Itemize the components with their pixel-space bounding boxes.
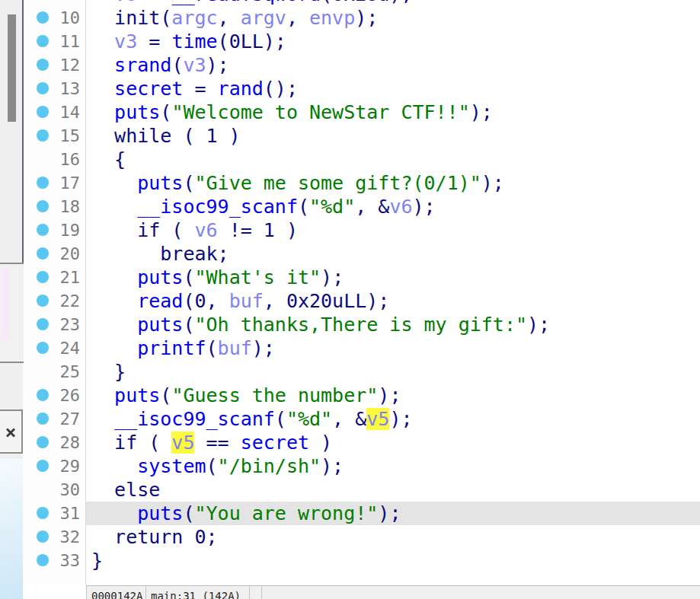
code-token: v3 bbox=[183, 54, 206, 76]
code-token: = bbox=[137, 30, 171, 53]
line-number-gutter: 9101112131415161718192021222324252627282… bbox=[24, 0, 86, 585]
code-token: { bbox=[91, 148, 126, 170]
line-number: 27 bbox=[24, 407, 80, 431]
code-line[interactable]: else bbox=[86, 478, 700, 502]
code-token bbox=[91, 266, 137, 288]
code-line[interactable]: __isoc99_scanf("%d", &v5); bbox=[86, 407, 700, 431]
code-token bbox=[91, 196, 137, 218]
code-line[interactable]: read(0, buf, 0x20uLL); bbox=[86, 289, 700, 313]
code-line[interactable]: if ( v5 == secret ) bbox=[86, 431, 700, 454]
code-token: ( bbox=[206, 337, 218, 359]
code-token: ( bbox=[183, 172, 194, 194]
line-number: 17 bbox=[24, 171, 80, 195]
code-line[interactable]: break; bbox=[86, 242, 700, 266]
code-token: ( bbox=[206, 455, 218, 477]
code-token: puts bbox=[137, 502, 183, 524]
code-line[interactable]: puts("You are wrong!"); bbox=[86, 502, 700, 525]
code-token: , & bbox=[355, 196, 389, 218]
code-line[interactable]: puts("What's it"); bbox=[86, 266, 700, 289]
line-number: 9 bbox=[24, 0, 80, 6]
code-line[interactable]: __isoc99_scanf("%d", &v6); bbox=[86, 195, 700, 218]
code-token: if ( bbox=[91, 432, 171, 454]
code-token bbox=[91, 314, 137, 336]
status-cell: main:31 (142A) bbox=[146, 586, 250, 599]
ida-pseudocode-window: 9101112131415161718192021222324252627282… bbox=[0, 0, 700, 599]
line-number: 28 bbox=[24, 431, 80, 454]
code-line[interactable]: srand(v3); bbox=[86, 53, 700, 77]
line-number: 15 bbox=[24, 124, 80, 148]
code-token bbox=[91, 455, 137, 477]
code-token: (); bbox=[264, 78, 298, 100]
code-line[interactable]: while ( 1 ) bbox=[86, 124, 700, 148]
panel-close-box bbox=[0, 409, 23, 454]
close-icon[interactable] bbox=[5, 426, 17, 438]
code-token: (0x28u); bbox=[321, 0, 412, 5]
code-token bbox=[91, 78, 114, 100]
code-line[interactable]: puts("Guess the number"); bbox=[86, 384, 700, 407]
code-token: system bbox=[137, 455, 206, 477]
code-line[interactable]: if ( v6 != 1 ) bbox=[86, 218, 700, 242]
code-token: argv bbox=[241, 7, 286, 29]
code-token: (0, bbox=[183, 290, 229, 312]
code-token: ); bbox=[481, 172, 504, 194]
line-number: 19 bbox=[24, 218, 80, 242]
code-token bbox=[91, 101, 114, 123]
code-token: init( bbox=[91, 7, 171, 29]
line-number: 21 bbox=[24, 266, 80, 289]
code-line[interactable]: puts("Oh thanks,There is my gift:"); bbox=[86, 313, 700, 336]
line-number: 26 bbox=[24, 384, 80, 407]
code-line[interactable]: printf(buf); bbox=[86, 336, 700, 360]
code-line[interactable]: v8 = __readfsqword(0x28u); bbox=[86, 0, 700, 6]
code-token: ( bbox=[183, 266, 194, 288]
code-token: secret bbox=[114, 78, 183, 100]
code-token: ); bbox=[378, 384, 401, 406]
code-token: while ( 1 ) bbox=[91, 125, 241, 147]
line-number: 22 bbox=[24, 289, 80, 313]
code-line[interactable]: puts("Give me some gift?(0/1)"); bbox=[86, 171, 700, 195]
background-window-edge bbox=[0, 459, 23, 599]
code-line[interactable]: } bbox=[86, 549, 700, 572]
vertical-scrollbar-thumb[interactable] bbox=[8, 14, 16, 122]
code-token: , bbox=[218, 7, 241, 29]
code-token: envp bbox=[309, 7, 355, 29]
code-line[interactable]: v3 = time(0LL); bbox=[86, 30, 700, 53]
code-token: ( bbox=[160, 101, 171, 123]
code-token: = bbox=[183, 78, 217, 100]
line-number: 29 bbox=[24, 454, 80, 478]
code-token: ( bbox=[160, 384, 171, 406]
code-token: ( bbox=[275, 408, 286, 430]
line-number: 32 bbox=[24, 525, 80, 549]
code-token: v6 bbox=[194, 219, 217, 241]
code-line[interactable]: { bbox=[86, 148, 700, 171]
code-token: "/bin/sh" bbox=[218, 455, 321, 477]
code-token: "%d" bbox=[286, 408, 332, 430]
code-token: srand bbox=[114, 54, 171, 76]
code-line[interactable]: return 0; bbox=[86, 525, 700, 549]
code-line[interactable]: init(argc, argv, envp); bbox=[86, 6, 700, 30]
code-token bbox=[91, 290, 137, 312]
code-token: read bbox=[137, 290, 183, 312]
code-token: break; bbox=[91, 243, 229, 265]
code-token: ); bbox=[355, 7, 378, 29]
code-token: else bbox=[91, 479, 160, 501]
code-token: "%d" bbox=[309, 196, 355, 218]
highlighted-identifier: v5 bbox=[171, 432, 194, 454]
code-token: puts bbox=[137, 266, 183, 288]
code-token: ); bbox=[321, 266, 344, 288]
code-token: ( bbox=[183, 502, 194, 524]
line-number: 18 bbox=[24, 195, 80, 218]
code-token: printf bbox=[137, 337, 206, 359]
code-line[interactable]: } bbox=[86, 360, 700, 384]
code-line[interactable]: secret = rand(); bbox=[86, 77, 700, 100]
code-line[interactable]: system("/bin/sh"); bbox=[86, 454, 700, 478]
code-token: rand bbox=[218, 78, 264, 100]
code-token bbox=[91, 502, 137, 524]
code-token: puts bbox=[137, 172, 183, 194]
code-token: ); bbox=[470, 101, 493, 123]
code-token: ); bbox=[527, 314, 550, 336]
pseudocode-view[interactable]: v8 = __readfsqword(0x28u); init(argc, ar… bbox=[86, 0, 700, 585]
code-token: puts bbox=[114, 101, 160, 123]
code-token bbox=[91, 408, 114, 430]
code-token: "Give me some gift?(0/1)" bbox=[195, 172, 481, 194]
code-line[interactable]: puts("Welcome to NewStar CTF!!"); bbox=[86, 100, 700, 124]
